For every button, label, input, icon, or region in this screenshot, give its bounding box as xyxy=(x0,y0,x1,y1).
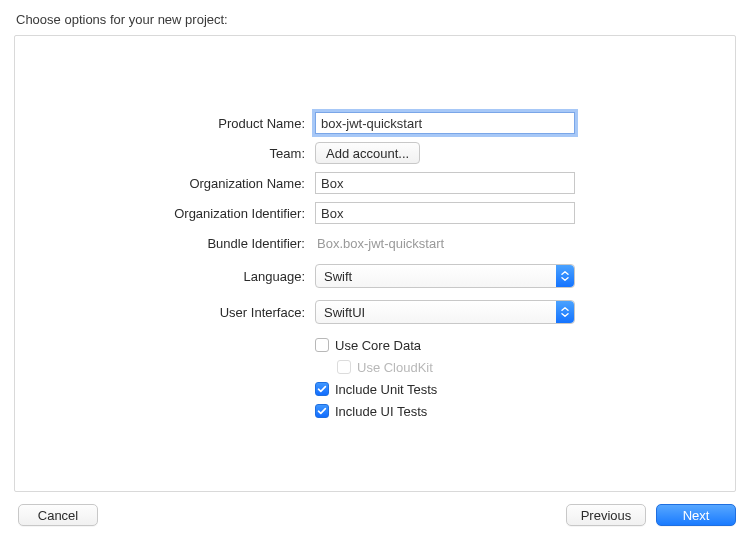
add-account-button[interactable]: Add account... xyxy=(315,142,420,164)
checkbox-icon xyxy=(315,338,329,352)
cancel-label: Cancel xyxy=(38,508,78,523)
language-select[interactable]: Swift xyxy=(315,264,575,288)
previous-label: Previous xyxy=(581,508,632,523)
ui-tests-checkbox[interactable]: Include UI Tests xyxy=(315,404,427,419)
ui-select[interactable]: SwiftUI xyxy=(315,300,575,324)
checkbox-icon xyxy=(315,382,329,396)
core-data-label: Use Core Data xyxy=(335,338,421,353)
product-name-label: Product Name: xyxy=(15,116,315,131)
bundle-id-label: Bundle Identifier: xyxy=(15,236,315,251)
ui-value: SwiftUI xyxy=(324,305,365,320)
org-name-label: Organization Name: xyxy=(15,176,315,191)
new-project-sheet: Choose options for your new project: Pro… xyxy=(0,0,750,540)
sheet-title: Choose options for your new project: xyxy=(16,12,736,27)
language-label: Language: xyxy=(15,269,315,284)
cancel-button[interactable]: Cancel xyxy=(18,504,98,526)
add-account-label: Add account... xyxy=(326,146,409,161)
checkbox-icon xyxy=(337,360,351,374)
bundle-id-value: Box.box-jwt-quickstart xyxy=(315,236,444,251)
next-label: Next xyxy=(683,508,710,523)
language-value: Swift xyxy=(324,269,352,284)
ui-label: User Interface: xyxy=(15,305,315,320)
team-label: Team: xyxy=(15,146,315,161)
checkbox-group: Use Core Data Use CloudKit xyxy=(15,334,735,422)
org-id-input[interactable] xyxy=(315,202,575,224)
options-form: Product Name: Team: Add account... Organ… xyxy=(15,108,735,422)
options-panel: Product Name: Team: Add account... Organ… xyxy=(14,35,736,492)
org-id-label: Organization Identifier: xyxy=(15,206,315,221)
core-data-checkbox[interactable]: Use Core Data xyxy=(315,338,421,353)
next-button[interactable]: Next xyxy=(656,504,736,526)
chevron-updown-icon xyxy=(556,301,574,323)
checkbox-icon xyxy=(315,404,329,418)
ui-tests-label: Include UI Tests xyxy=(335,404,427,419)
unit-tests-checkbox[interactable]: Include Unit Tests xyxy=(315,382,437,397)
cloudkit-label: Use CloudKit xyxy=(357,360,433,375)
org-name-input[interactable] xyxy=(315,172,575,194)
footer-buttons: Cancel Previous Next xyxy=(14,504,736,526)
cloudkit-checkbox: Use CloudKit xyxy=(337,360,433,375)
product-name-input[interactable] xyxy=(315,112,575,134)
chevron-updown-icon xyxy=(556,265,574,287)
unit-tests-label: Include Unit Tests xyxy=(335,382,437,397)
previous-button[interactable]: Previous xyxy=(566,504,646,526)
